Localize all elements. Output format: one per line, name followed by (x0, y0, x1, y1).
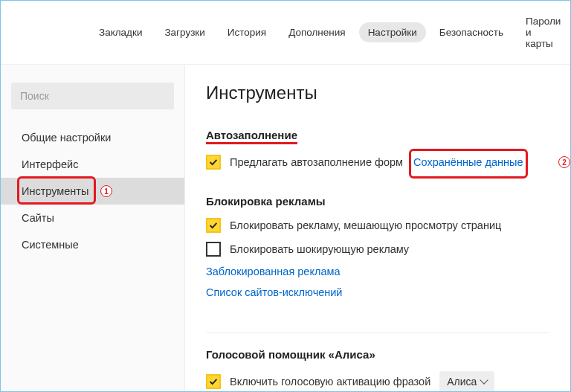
autofill-suggest-row: Предлагать автозаполнение форм Сохранённ… (206, 155, 549, 170)
sidebar: Поиск Общие настройки Интерфейс Инструме… (1, 65, 185, 392)
sidebar-item-system[interactable]: Системные (1, 231, 184, 258)
divider (206, 332, 549, 333)
topnav-passwords[interactable]: Пароли и карты (517, 11, 570, 54)
dropdown-activation-phrase[interactable]: Алиса (439, 371, 494, 392)
topnav-downloads[interactable]: Загрузки (155, 22, 213, 42)
section-autofill: Автозаполнение Предлагать автозаполнение… (206, 129, 549, 170)
sidebar-item-label: Инструменты (22, 185, 88, 197)
sidebar-item-general[interactable]: Общие настройки (1, 124, 184, 151)
checkbox-suggest-label: Предлагать автозаполнение форм (230, 156, 403, 168)
annotation-underline: Автозаполнение (206, 129, 297, 144)
section-alice: Голосовой помощник «Алиса» Включить голо… (206, 348, 549, 392)
topnav-settings[interactable]: Настройки (359, 22, 426, 42)
annotation-callout-1: 1 (100, 185, 112, 197)
checkbox-block-intrusive[interactable] (206, 218, 221, 233)
checkbox-voice-activation[interactable] (206, 374, 221, 389)
top-navigation: Закладки Загрузки История Дополнения Нас… (1, 1, 570, 65)
link-site-exceptions[interactable]: Список сайтов-исключений (206, 286, 342, 298)
content-area: Поиск Общие настройки Интерфейс Инструме… (1, 65, 570, 392)
checkbox-suggest-autofill[interactable] (206, 155, 221, 170)
search-input[interactable]: Поиск (11, 83, 174, 109)
topnav-security[interactable]: Безопасность (430, 22, 512, 42)
main-panel: Инструменты Автозаполнение Предлагать ав… (185, 65, 570, 392)
dropdown-value: Алиса (447, 376, 477, 388)
checkmark-icon (208, 376, 219, 387)
sidebar-item-interface[interactable]: Интерфейс (1, 151, 184, 178)
section-adblock: Блокировка рекламы Блокировать рекламу, … (206, 195, 549, 307)
sidebar-item-tools[interactable]: Инструменты 1 (1, 178, 184, 205)
link-saved-data[interactable]: Сохранённые данные (413, 156, 523, 168)
checkbox-block-shocking-label: Блокировать шокирующую рекламу (230, 243, 409, 255)
alice-voice-row: Включить голосовую активацию фразой Алис… (206, 371, 549, 392)
checkmark-icon (208, 220, 219, 231)
topnav-bookmarks[interactable]: Закладки (90, 22, 151, 42)
adblock-intrusive-row: Блокировать рекламу, мешающую просмотру … (206, 218, 549, 233)
page-title: Инструменты (206, 83, 549, 103)
adblock-shocking-row: Блокировать шокирующую рекламу (206, 242, 549, 257)
chevron-down-icon (480, 376, 488, 384)
annotation-callout-2: 2 (558, 156, 570, 168)
section-alice-heading: Голосовой помощник «Алиса» (206, 348, 549, 361)
link-blocked-ads[interactable]: Заблокированная реклама (206, 266, 341, 277)
sidebar-item-sites[interactable]: Сайты (1, 205, 184, 231)
topnav-history[interactable]: История (219, 22, 275, 42)
section-autofill-heading: Автозаполнение (206, 129, 549, 144)
checkbox-block-intrusive-label: Блокировать рекламу, мешающую просмотру … (230, 219, 501, 231)
section-adblock-heading: Блокировка рекламы (206, 195, 549, 208)
checkbox-voice-label: Включить голосовую активацию фразой (230, 376, 430, 388)
topnav-addons[interactable]: Дополнения (280, 22, 354, 42)
checkmark-icon (208, 157, 219, 167)
checkbox-block-shocking[interactable] (206, 242, 221, 257)
